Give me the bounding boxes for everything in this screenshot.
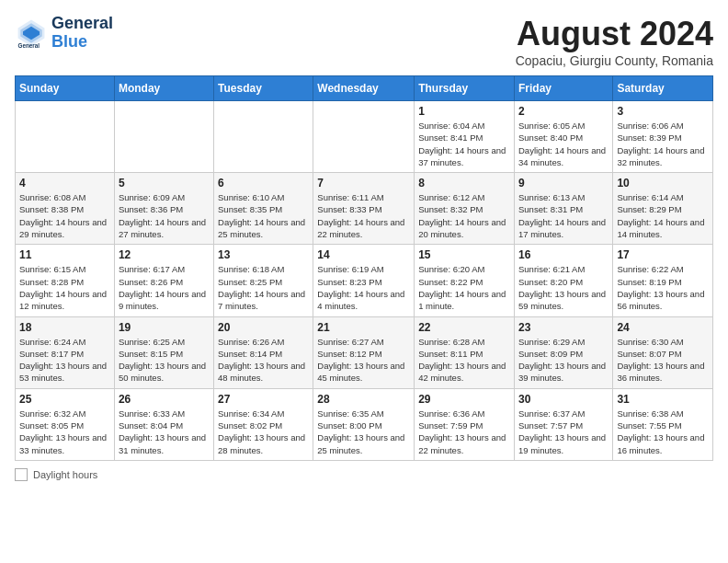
page-header: General General Blue August 2024 Copaciu… bbox=[15, 15, 713, 68]
calendar-header: SundayMondayTuesdayWednesdayThursdayFrid… bbox=[16, 76, 713, 101]
calendar-cell bbox=[313, 101, 415, 173]
calendar-cell: 4Sunrise: 6:08 AM Sunset: 8:38 PM Daylig… bbox=[16, 173, 115, 245]
day-info: Sunrise: 6:35 AM Sunset: 8:00 PM Dayligh… bbox=[317, 408, 410, 456]
day-number: 25 bbox=[19, 393, 110, 406]
calendar-week-4: 18Sunrise: 6:24 AM Sunset: 8:17 PM Dayli… bbox=[16, 316, 713, 388]
day-info: Sunrise: 6:18 AM Sunset: 8:25 PM Dayligh… bbox=[218, 263, 309, 312]
day-number: 10 bbox=[617, 177, 709, 190]
svg-text:General: General bbox=[18, 42, 40, 49]
day-info: Sunrise: 6:14 AM Sunset: 8:29 PM Dayligh… bbox=[617, 191, 709, 240]
calendar-cell: 5Sunrise: 6:09 AM Sunset: 8:36 PM Daylig… bbox=[114, 173, 213, 245]
calendar-cell: 2Sunrise: 6:05 AM Sunset: 8:40 PM Daylig… bbox=[514, 101, 612, 173]
calendar-cell: 16Sunrise: 6:21 AM Sunset: 8:20 PM Dayli… bbox=[514, 245, 612, 316]
calendar-cell: 20Sunrise: 6:26 AM Sunset: 8:14 PM Dayli… bbox=[214, 316, 313, 388]
calendar-cell: 23Sunrise: 6:29 AM Sunset: 8:09 PM Dayli… bbox=[514, 316, 612, 388]
calendar-cell: 9Sunrise: 6:13 AM Sunset: 8:31 PM Daylig… bbox=[514, 173, 612, 245]
day-number: 4 bbox=[19, 177, 110, 190]
day-info: Sunrise: 6:38 AM Sunset: 7:55 PM Dayligh… bbox=[617, 408, 709, 456]
calendar-cell: 30Sunrise: 6:37 AM Sunset: 7:57 PM Dayli… bbox=[514, 388, 612, 460]
calendar-cell: 28Sunrise: 6:35 AM Sunset: 8:00 PM Dayli… bbox=[313, 388, 415, 460]
day-info: Sunrise: 6:22 AM Sunset: 8:19 PM Dayligh… bbox=[617, 263, 709, 312]
calendar-cell: 31Sunrise: 6:38 AM Sunset: 7:55 PM Dayli… bbox=[613, 388, 713, 460]
calendar-cell: 3Sunrise: 6:06 AM Sunset: 8:39 PM Daylig… bbox=[613, 101, 713, 173]
day-info: Sunrise: 6:10 AM Sunset: 8:35 PM Dayligh… bbox=[218, 191, 309, 240]
header-wednesday: Wednesday bbox=[313, 76, 415, 101]
calendar-cell: 27Sunrise: 6:34 AM Sunset: 8:02 PM Dayli… bbox=[214, 388, 313, 460]
header-tuesday: Tuesday bbox=[214, 76, 313, 101]
logo-blue: Blue bbox=[51, 33, 113, 52]
calendar-cell: 22Sunrise: 6:28 AM Sunset: 8:11 PM Dayli… bbox=[415, 316, 515, 388]
header-thursday: Thursday bbox=[415, 76, 515, 101]
day-number: 16 bbox=[518, 248, 609, 261]
day-info: Sunrise: 6:30 AM Sunset: 8:07 PM Dayligh… bbox=[617, 336, 709, 385]
calendar-cell: 21Sunrise: 6:27 AM Sunset: 8:12 PM Dayli… bbox=[313, 316, 415, 388]
calendar-cell: 12Sunrise: 6:17 AM Sunset: 8:26 PM Dayli… bbox=[114, 245, 213, 316]
day-info: Sunrise: 6:13 AM Sunset: 8:31 PM Dayligh… bbox=[518, 191, 609, 240]
day-info: Sunrise: 6:09 AM Sunset: 8:36 PM Dayligh… bbox=[119, 191, 210, 240]
calendar-cell: 15Sunrise: 6:20 AM Sunset: 8:22 PM Dayli… bbox=[415, 245, 515, 316]
calendar-body: 1Sunrise: 6:04 AM Sunset: 8:41 PM Daylig… bbox=[16, 101, 713, 461]
day-number: 15 bbox=[418, 248, 510, 261]
day-info: Sunrise: 6:11 AM Sunset: 8:33 PM Dayligh… bbox=[317, 191, 410, 240]
day-info: Sunrise: 6:33 AM Sunset: 8:04 PM Dayligh… bbox=[119, 408, 210, 456]
calendar-cell: 8Sunrise: 6:12 AM Sunset: 8:32 PM Daylig… bbox=[415, 173, 515, 245]
calendar-week-5: 25Sunrise: 6:32 AM Sunset: 8:05 PM Dayli… bbox=[16, 388, 713, 460]
day-number: 12 bbox=[119, 248, 210, 261]
day-info: Sunrise: 6:25 AM Sunset: 8:15 PM Dayligh… bbox=[119, 336, 210, 385]
calendar-cell bbox=[214, 101, 313, 173]
day-info: Sunrise: 6:21 AM Sunset: 8:20 PM Dayligh… bbox=[518, 263, 609, 312]
calendar-cell: 6Sunrise: 6:10 AM Sunset: 8:35 PM Daylig… bbox=[214, 173, 313, 245]
day-number: 8 bbox=[418, 177, 510, 190]
day-number: 24 bbox=[617, 321, 709, 334]
day-number: 13 bbox=[218, 248, 309, 261]
day-number: 14 bbox=[317, 248, 410, 261]
day-info: Sunrise: 6:20 AM Sunset: 8:22 PM Dayligh… bbox=[418, 263, 510, 312]
day-number: 18 bbox=[19, 321, 110, 334]
calendar-cell: 10Sunrise: 6:14 AM Sunset: 8:29 PM Dayli… bbox=[613, 173, 713, 245]
day-info: Sunrise: 6:37 AM Sunset: 7:57 PM Dayligh… bbox=[518, 408, 609, 456]
day-number: 26 bbox=[119, 393, 210, 406]
calendar-table: SundayMondayTuesdayWednesdayThursdayFrid… bbox=[15, 75, 713, 461]
day-info: Sunrise: 6:19 AM Sunset: 8:23 PM Dayligh… bbox=[317, 263, 410, 312]
header-sunday: Sunday bbox=[16, 76, 115, 101]
calendar-week-2: 4Sunrise: 6:08 AM Sunset: 8:38 PM Daylig… bbox=[16, 173, 713, 245]
day-number: 1 bbox=[418, 105, 510, 118]
calendar-cell: 25Sunrise: 6:32 AM Sunset: 8:05 PM Dayli… bbox=[16, 388, 115, 460]
calendar-cell: 11Sunrise: 6:15 AM Sunset: 8:28 PM Dayli… bbox=[16, 245, 115, 316]
day-number: 9 bbox=[518, 177, 609, 190]
day-number: 3 bbox=[617, 105, 709, 118]
day-info: Sunrise: 6:24 AM Sunset: 8:17 PM Dayligh… bbox=[19, 336, 110, 385]
day-number: 27 bbox=[218, 393, 309, 406]
calendar-week-3: 11Sunrise: 6:15 AM Sunset: 8:28 PM Dayli… bbox=[16, 245, 713, 316]
logo-icon: General bbox=[15, 17, 48, 50]
day-info: Sunrise: 6:12 AM Sunset: 8:32 PM Dayligh… bbox=[418, 191, 510, 240]
footer-label: Daylight hours bbox=[33, 469, 97, 480]
day-number: 7 bbox=[317, 177, 410, 190]
calendar-cell: 19Sunrise: 6:25 AM Sunset: 8:15 PM Dayli… bbox=[114, 316, 213, 388]
day-info: Sunrise: 6:26 AM Sunset: 8:14 PM Dayligh… bbox=[218, 336, 309, 385]
day-number: 6 bbox=[218, 177, 309, 190]
calendar-cell: 7Sunrise: 6:11 AM Sunset: 8:33 PM Daylig… bbox=[313, 173, 415, 245]
day-info: Sunrise: 6:27 AM Sunset: 8:12 PM Dayligh… bbox=[317, 336, 410, 385]
day-info: Sunrise: 6:04 AM Sunset: 8:41 PM Dayligh… bbox=[418, 120, 510, 168]
calendar-cell bbox=[114, 101, 213, 173]
day-number: 20 bbox=[218, 321, 309, 334]
header-saturday: Saturday bbox=[613, 76, 713, 101]
calendar-cell: 26Sunrise: 6:33 AM Sunset: 8:04 PM Dayli… bbox=[114, 388, 213, 460]
day-info: Sunrise: 6:34 AM Sunset: 8:02 PM Dayligh… bbox=[218, 408, 309, 456]
day-info: Sunrise: 6:15 AM Sunset: 8:28 PM Dayligh… bbox=[19, 263, 110, 312]
footer: Daylight hours bbox=[15, 468, 713, 481]
title-block: August 2024 Copaciu, Giurgiu County, Rom… bbox=[516, 15, 713, 68]
day-number: 11 bbox=[19, 248, 110, 261]
day-info: Sunrise: 6:05 AM Sunset: 8:40 PM Dayligh… bbox=[518, 120, 609, 168]
calendar-cell: 1Sunrise: 6:04 AM Sunset: 8:41 PM Daylig… bbox=[415, 101, 515, 173]
calendar-cell: 14Sunrise: 6:19 AM Sunset: 8:23 PM Dayli… bbox=[313, 245, 415, 316]
logo: General General Blue bbox=[15, 15, 113, 52]
calendar-cell bbox=[16, 101, 115, 173]
day-info: Sunrise: 6:06 AM Sunset: 8:39 PM Dayligh… bbox=[617, 120, 709, 168]
day-number: 29 bbox=[418, 393, 510, 406]
day-info: Sunrise: 6:32 AM Sunset: 8:05 PM Dayligh… bbox=[19, 408, 110, 456]
main-title: August 2024 bbox=[516, 15, 713, 53]
day-info: Sunrise: 6:29 AM Sunset: 8:09 PM Dayligh… bbox=[518, 336, 609, 385]
calendar-week-1: 1Sunrise: 6:04 AM Sunset: 8:41 PM Daylig… bbox=[16, 101, 713, 173]
